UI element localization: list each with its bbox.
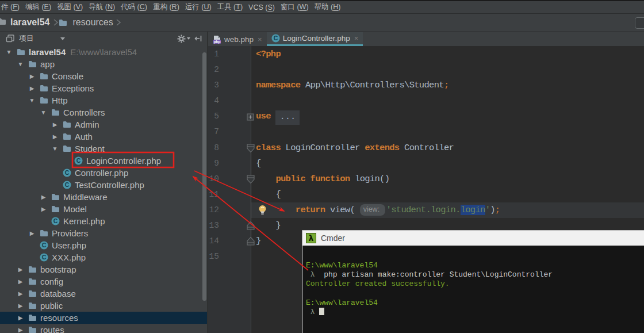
chevron-down-icon[interactable]: [60, 37, 65, 40]
folder-icon: [39, 84, 48, 93]
breadcrumb-item-resources[interactable]: resources: [73, 17, 113, 28]
tree-item-console[interactable]: ▶Console: [0, 70, 207, 82]
hide-arrow-icon: [194, 35, 202, 43]
code-token: }: [256, 236, 261, 246]
code-token: namespace: [256, 80, 300, 90]
tree-item-controller-php[interactable]: CController.php: [0, 167, 207, 179]
tree-item-resources[interactable]: ▶resources: [0, 312, 207, 324]
chevron-collapsed-icon[interactable]: ▶: [29, 85, 35, 91]
fold-end-icon[interactable]: [247, 237, 255, 248]
chevron-collapsed-icon[interactable]: ▶: [17, 278, 24, 285]
chevron-collapsed-icon[interactable]: ▶: [17, 290, 24, 297]
window-corner-widget[interactable]: [635, 17, 644, 29]
cmder-title-bar[interactable]: λ Cmder: [302, 230, 644, 246]
php-file-icon: php: [213, 35, 221, 44]
chevron-collapsed-icon[interactable]: ▶: [17, 315, 24, 321]
folder-icon: [51, 193, 60, 202]
tab-web-php[interactable]: phpweb.php×: [208, 32, 267, 46]
chevron-collapsed-icon[interactable]: ▶: [17, 303, 24, 309]
menu-item-c[interactable]: 代码 (C): [118, 2, 150, 12]
close-icon[interactable]: ×: [258, 35, 262, 44]
tree-item-http[interactable]: ▼Http: [0, 94, 207, 106]
tree-item-label: XXX.php: [51, 252, 86, 262]
gear-icon[interactable]: [177, 35, 190, 43]
menu-item-w[interactable]: 窗口 (W): [278, 2, 312, 12]
fold-end-icon[interactable]: [247, 221, 255, 232]
tree-item-user-php[interactable]: CUser.php: [0, 239, 207, 251]
tree-item-routes[interactable]: ▶routes: [0, 324, 207, 333]
chevron-collapsed-icon[interactable]: ▶: [17, 327, 24, 333]
tree-item-student[interactable]: ▼Student: [0, 143, 207, 155]
tree-item-auth[interactable]: ▶Auth: [0, 131, 207, 143]
tree-item-xxx-php[interactable]: CXXX.php: [0, 251, 207, 263]
chevron-collapsed-icon[interactable]: ▶: [40, 194, 47, 200]
tree-item-label: Exceptions: [51, 83, 94, 93]
tree-item-config[interactable]: ▶config: [0, 275, 207, 288]
tree-item-middleware[interactable]: ▶Middleware: [0, 191, 207, 203]
tree-item-app[interactable]: ▼app: [0, 58, 207, 70]
terminal-line: [306, 289, 644, 298]
menu-bar: 件 (F)编辑 (E)视图 (V)导航 (N)代码 (C)重构 (R)运行 (U…: [0, 1, 644, 14]
tree-item-exceptions[interactable]: ▶Exceptions: [0, 82, 207, 94]
tree-item-admin[interactable]: ▶Admin: [0, 118, 207, 131]
menu-item-u[interactable]: 运行 (U): [182, 2, 214, 12]
folder-icon: [63, 120, 71, 129]
chevron-collapsed-icon[interactable]: ▶: [29, 230, 35, 236]
tree-scrollbar[interactable]: [202, 52, 206, 301]
chevron-collapsed-icon[interactable]: ▶: [29, 73, 35, 79]
tab-logincontroller-php[interactable]: CLoginController.php×: [267, 32, 363, 46]
menu-item-f[interactable]: 件 (F): [0, 2, 22, 12]
fold-start-icon[interactable]: [247, 175, 255, 186]
tree-item-logincontroller-php[interactable]: CLoginController.php: [0, 155, 207, 167]
project-panel-title[interactable]: 项目: [19, 33, 34, 44]
tree-item-testcontroller-php[interactable]: CTestController.php: [0, 179, 207, 191]
chevron-expanded-icon[interactable]: ▼: [52, 146, 58, 152]
php-class-icon: C: [74, 156, 83, 166]
menu-item-r[interactable]: 重构 (R): [150, 2, 182, 12]
tree-item-database[interactable]: ▶database: [0, 288, 207, 300]
line-number: 9: [208, 156, 219, 171]
chevron-expanded-icon[interactable]: ▼: [17, 61, 24, 67]
menu-item-s[interactable]: VCS (S): [246, 3, 278, 12]
tree-item-model[interactable]: ▶Model: [0, 203, 207, 215]
tree-item-bootstrap[interactable]: ▶bootstrap: [0, 263, 207, 275]
breadcrumb-item-laravel54[interactable]: laravel54: [10, 17, 50, 28]
tree-item-public[interactable]: ▶public: [0, 300, 207, 312]
menu-item-h[interactable]: 帮助 (H): [312, 2, 344, 12]
chevron-collapsed-icon[interactable]: ▶: [52, 121, 58, 128]
menu-item-n[interactable]: 导航 (N): [86, 2, 118, 12]
chevron-expanded-icon[interactable]: ▼: [6, 49, 12, 55]
terminal-line: Controller created successfully.: [306, 280, 644, 289]
chevron-collapsed-icon[interactable]: ▶: [52, 133, 58, 140]
chevron-expanded-icon[interactable]: ▼: [29, 97, 35, 104]
fold-start-icon[interactable]: [247, 144, 255, 155]
chevron-collapsed-icon[interactable]: ▶: [17, 266, 24, 273]
chevron-expanded-icon[interactable]: ▼: [40, 109, 47, 116]
menu-item-v[interactable]: 视图 (V): [54, 2, 86, 12]
folder-icon: [28, 301, 37, 311]
menu-item-e[interactable]: 编辑 (E): [22, 2, 54, 12]
svg-text:C: C: [273, 35, 278, 41]
tree-item-label: resources: [39, 313, 78, 323]
cmder-window[interactable]: λ Cmder E:\www\laravel54 λ php artisan m…: [302, 230, 644, 333]
hide-panel-icon[interactable]: [194, 35, 202, 43]
line-number: 10: [208, 171, 219, 187]
svg-text:C: C: [64, 181, 69, 188]
intention-bulb-icon[interactable]: [258, 204, 267, 219]
menu-item-t[interactable]: 工具 (T): [214, 2, 246, 12]
tree-item-kernel-php[interactable]: CKernel.php: [0, 215, 207, 227]
tree-item-providers[interactable]: ▶Providers: [0, 227, 207, 239]
line-number: 4: [208, 93, 219, 109]
line-number: 11: [208, 187, 219, 202]
php-class-icon: C: [39, 253, 48, 262]
folder-icon: [28, 301, 37, 310]
chevron-collapsed-icon[interactable]: ▶: [40, 206, 47, 212]
cmder-icon: λ: [306, 233, 316, 243]
terminal-output[interactable]: E:\www\laravel54 λ php artisan make:cont…: [302, 246, 644, 333]
fold-plus-icon[interactable]: [247, 113, 255, 123]
close-icon[interactable]: ×: [354, 34, 359, 43]
tree-item-controllers[interactable]: ▼Controllers: [0, 106, 207, 118]
tree-item-laravel54[interactable]: ▼laravel54E:\www\laravel54: [0, 46, 207, 58]
code-token: {: [256, 158, 261, 169]
folder-icon: [39, 72, 48, 81]
